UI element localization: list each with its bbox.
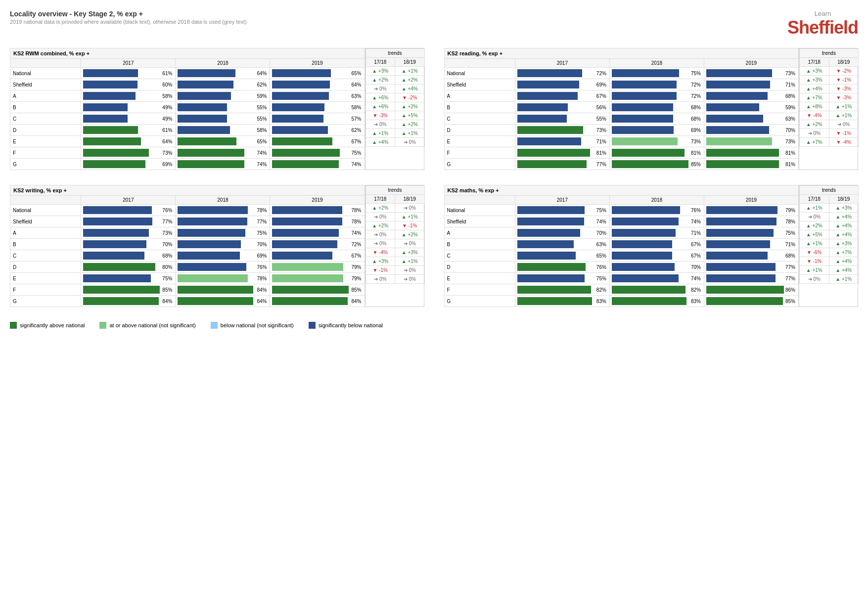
chart-row-1-0: National 72% 75% 73% xyxy=(444,68,799,79)
chart-row-0-5: D 61% 58% 62% xyxy=(10,125,365,136)
chart-section-3: KS2 maths, % exp + 2017 2018 2019 Nation… xyxy=(444,185,859,307)
trend-row-2-1: ➔ 0% ▲ +1% xyxy=(365,213,424,221)
trend-row-2-3: ➔ 0% ▲ +2% xyxy=(365,230,424,239)
chart-table-0: KS2 RWM combined, % exp + 2017 2018 2019… xyxy=(10,48,365,170)
chart-row-3-7: F 82% 82% 86% xyxy=(444,284,799,296)
logo-container: Learn Sheffield xyxy=(787,10,858,38)
legend-label-3: significantly below national xyxy=(319,322,383,328)
chart-row-0-0: National 61% 64% 65% xyxy=(10,68,365,79)
trend-row-2-8: ➔ 0% ➔ 0% xyxy=(365,275,424,284)
logo-learn-text: Learn xyxy=(787,10,858,17)
chart-title-3: KS2 maths, % exp + xyxy=(444,185,799,196)
chart-title-2: KS2 writing, % exp + xyxy=(10,185,365,196)
chart-row-1-5: D 73% 69% 70% xyxy=(444,125,799,136)
legend-box-1 xyxy=(99,322,106,329)
trend-row-3-4: ▲ +1% ▲ +3% xyxy=(800,239,859,248)
chart-row-0-2: A 58% 59% 63% xyxy=(10,90,365,102)
chart-row-1-1: Sheffield 69% 72% 71% xyxy=(444,79,799,90)
chart-row-3-1: Sheffield 74% 74% 78% xyxy=(444,216,799,227)
trend-row-3-0: ▲ +1% ▲ +3% xyxy=(800,204,859,213)
trend-row-1-2: ▲ +4% ▼ -3% xyxy=(800,85,859,93)
chart-section-1: KS2 reading, % exp + 2017 2018 2019 Nati… xyxy=(444,48,859,170)
chart-title-1: KS2 reading, % exp + xyxy=(444,48,799,59)
trends-table-2: trends 17/18 18/19 ▲ +2% ➔ 0% ➔ 0% ▲ +1%… xyxy=(365,185,425,284)
trend-row-2-7: ▼ -1% ➔ 0% xyxy=(365,266,424,275)
legend-box-2 xyxy=(211,322,218,329)
trend-row-2-2: ▲ +2% ▼ -1% xyxy=(365,221,424,230)
trend-row-2-6: ▲ +3% ▲ +1% xyxy=(365,257,424,266)
trend-row-0-1: ▲ +2% ▲ +2% xyxy=(365,76,424,85)
chart-row-1-8: G 77% 85% 81% xyxy=(444,159,799,170)
chart-row-2-4: C 68% 69% 67% xyxy=(10,250,365,262)
trend-row-0-3: ▲ +6% ▼ -2% xyxy=(365,93,424,102)
chart-table-3: KS2 maths, % exp + 2017 2018 2019 Nation… xyxy=(444,185,799,307)
chart-row-3-3: B 63% 67% 71% xyxy=(444,239,799,250)
trend-row-3-1: ➔ 0% ▲ +4% xyxy=(800,213,859,221)
trend-row-1-0: ▲ +3% ▼ -2% xyxy=(800,67,859,76)
trend-row-2-4: ➔ 0% ➔ 0% xyxy=(365,239,424,248)
trend-row-0-7: ▲ +1% ▲ +1% xyxy=(365,129,424,138)
legend-item-1: at or above national (not significant) xyxy=(99,322,195,329)
chart-row-2-6: E 75% 78% 79% xyxy=(10,273,365,284)
trends-table-1: trends 17/18 18/19 ▲ +3% ▼ -2% ▲ +3% ▼ -… xyxy=(799,48,859,147)
page-subtitle: 2019 national data is provided where ava… xyxy=(10,19,247,25)
page-header: Locality overview - Key Stage 2, % exp +… xyxy=(10,10,858,38)
chart-row-2-7: F 85% 84% 85% xyxy=(10,284,365,296)
chart-row-3-4: C 65% 67% 68% xyxy=(444,250,799,262)
chart-row-3-6: E 75% 74% 77% xyxy=(444,273,799,284)
chart-row-2-8: G 84% 84% 84% xyxy=(10,296,365,307)
legend-item-2: below national (not significant) xyxy=(211,322,294,329)
chart-section-2: KS2 writing, % exp + 2017 2018 2019 Nati… xyxy=(10,185,424,307)
chart-section-0: KS2 RWM combined, % exp + 2017 2018 2019… xyxy=(10,48,424,170)
legend-label-2: below national (not significant) xyxy=(221,322,294,328)
trend-row-3-3: ▲ +5% ▲ +4% xyxy=(800,230,859,239)
trend-row-3-5: ▼ -6% ▲ +7% xyxy=(800,248,859,257)
trend-row-0-2: ➔ 0% ▲ +4% xyxy=(365,85,424,93)
trend-row-1-4: ▲ +8% ▲ +1% xyxy=(800,102,859,111)
chart-row-3-5: D 76% 70% 77% xyxy=(444,262,799,273)
trend-row-1-5: ▼ -4% ▲ +1% xyxy=(800,111,859,120)
header-text: Locality overview - Key Stage 2, % exp +… xyxy=(10,10,247,25)
trend-row-1-8: ▲ +7% ▼ -4% xyxy=(800,138,859,147)
chart-row-1-2: A 67% 72% 68% xyxy=(444,90,799,102)
trends-table-0: trends 17/18 18/19 ▲ +3% ▲ +1% ▲ +2% ▲ +… xyxy=(365,48,425,147)
legend-box-0 xyxy=(10,322,17,329)
legend: significantly above national at or above… xyxy=(10,322,858,329)
legend-item-3: significantly below national xyxy=(309,322,383,329)
chart-row-0-6: E 64% 65% 67% xyxy=(10,136,365,147)
trend-row-3-2: ▲ +2% ▲ +4% xyxy=(800,221,859,230)
chart-row-1-3: B 56% 68% 59% xyxy=(444,102,799,113)
charts-grid: KS2 RWM combined, % exp + 2017 2018 2019… xyxy=(10,48,858,307)
legend-item-0: significantly above national xyxy=(10,322,85,329)
trends-table-3: trends 17/18 18/19 ▲ +1% ▲ +3% ➔ 0% ▲ +4… xyxy=(799,185,859,284)
trend-row-1-3: ▲ +7% ▼ -3% xyxy=(800,93,859,102)
trend-row-2-0: ▲ +2% ➔ 0% xyxy=(365,204,424,213)
chart-row-1-6: E 71% 73% 73% xyxy=(444,136,799,147)
chart-row-2-2: A 73% 75% 74% xyxy=(10,227,365,239)
trend-row-0-5: ▼ -3% ▲ +5% xyxy=(365,111,424,120)
trend-row-0-8: ▲ +4% ➔ 0% xyxy=(365,138,424,147)
chart-row-2-1: Sheffield 77% 77% 78% xyxy=(10,216,365,227)
chart-row-3-2: A 70% 71% 75% xyxy=(444,227,799,239)
trend-row-0-0: ▲ +3% ▲ +1% xyxy=(365,67,424,76)
chart-row-2-5: D 80% 76% 79% xyxy=(10,262,365,273)
legend-label-0: significantly above national xyxy=(20,322,85,328)
chart-title-0: KS2 RWM combined, % exp + xyxy=(10,48,365,59)
chart-row-0-8: G 69% 74% 74% xyxy=(10,159,365,170)
trend-row-0-6: ➔ 0% ▲ +2% xyxy=(365,120,424,129)
chart-row-0-1: Sheffield 60% 62% 64% xyxy=(10,79,365,90)
chart-table-2: KS2 writing, % exp + 2017 2018 2019 Nati… xyxy=(10,185,365,307)
trend-row-1-1: ▲ +3% ▼ -1% xyxy=(800,76,859,85)
legend-box-3 xyxy=(309,322,316,329)
legend-label-1: at or above national (not significant) xyxy=(109,322,195,328)
trend-row-1-6: ▲ +2% ➔ 0% xyxy=(800,120,859,129)
trend-row-1-7: ➔ 0% ▼ -1% xyxy=(800,129,859,138)
chart-table-1: KS2 reading, % exp + 2017 2018 2019 Nati… xyxy=(444,48,799,170)
trend-row-3-8: ➔ 0% ▲ +1% xyxy=(800,275,859,284)
chart-row-1-7: F 81% 81% 81% xyxy=(444,147,799,159)
chart-row-1-4: C 55% 68% 63% xyxy=(444,113,799,125)
chart-row-3-8: G 83% 83% 85% xyxy=(444,296,799,307)
page-title: Locality overview - Key Stage 2, % exp + xyxy=(10,10,247,18)
chart-row-2-3: B 70% 70% 72% xyxy=(10,239,365,250)
chart-row-3-0: National 75% 76% 79% xyxy=(444,205,799,216)
